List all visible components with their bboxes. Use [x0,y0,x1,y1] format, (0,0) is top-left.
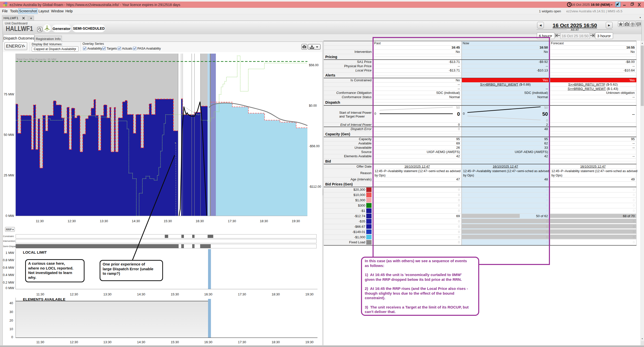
svg-text:13:30: 13:30 [100,219,108,223]
svg-text:Intervention: Intervention [3,240,15,242]
svg-text:75 MW: 75 MW [4,92,14,96]
svg-text:$0.00: $0.00 [309,104,317,107]
svg-text:1 MW: 1 MW [6,251,14,255]
svg-text:0.6 MW: 0.6 MW [3,266,14,269]
svg-text:LOCAL LIMIT: LOCAL LIMIT [23,250,47,254]
svg-text:0: 0 [11,335,13,339]
svg-text:13:30: 13:30 [103,340,112,344]
svg-text:ELEMENTS AVAILABLE: ELEMENTS AVAILABLE [23,297,65,301]
svg-text:Constraint: Constraint [3,235,14,238]
svg-text:18:30: 18:30 [272,340,280,344]
svg-text:18:30: 18:30 [272,292,280,296]
svg-text:12:30: 12:30 [70,340,78,344]
svg-text:12:30: 12:30 [70,292,78,296]
svg-text:12:30: 12:30 [68,219,76,223]
svg-text:11:30: 11:30 [36,219,44,223]
svg-text:14:30: 14:30 [132,219,140,223]
svg-text:25 MW: 25 MW [4,173,14,177]
svg-text:10: 10 [10,327,13,331]
svg-text:17:30: 17:30 [228,219,236,223]
svg-text:-$112.00: -$112.00 [309,185,321,188]
svg-text:19:30: 19:30 [305,340,314,344]
svg-text:13:30: 13:30 [103,292,112,296]
svg-text:17:30: 17:30 [238,292,246,296]
svg-text:0.4 MW: 0.4 MW [3,273,14,277]
svg-text:14:30: 14:30 [137,292,145,296]
svg-text:19:30: 19:30 [305,292,314,296]
svg-text:-$56.00: -$56.00 [309,144,319,148]
svg-text:17:30: 17:30 [238,340,246,344]
svg-text:11:30: 11:30 [36,340,44,344]
svg-text:15:30: 15:30 [171,340,179,344]
svg-text:50 MW: 50 MW [4,133,14,137]
svg-text:0.8 MW: 0.8 MW [3,258,14,262]
svg-text:14:30: 14:30 [137,340,145,344]
svg-text:16:30: 16:30 [204,292,213,296]
svg-text:30: 30 [10,310,13,314]
svg-text:16:30: 16:30 [196,219,204,223]
svg-text:0.2 MW: 0.2 MW [3,281,14,284]
svg-text:20: 20 [10,319,13,322]
svg-text:15:30: 15:30 [164,219,172,223]
svg-text:18:30: 18:30 [260,219,268,223]
svg-text:11:30: 11:30 [36,292,44,296]
svg-text:0 MW: 0 MW [6,214,14,218]
svg-text:0 MW: 0 MW [6,286,14,290]
svg-text:19:30: 19:30 [292,219,300,223]
svg-text:40: 40 [10,301,13,305]
svg-text:16:30: 16:30 [204,340,213,344]
svg-text:Total Gen Max Capacity: 95 MW: Total Gen Max Capacity: 95 MW [17,58,56,61]
svg-text:15:30: 15:30 [171,292,179,296]
svg-text:$56.00: $56.00 [309,63,318,67]
